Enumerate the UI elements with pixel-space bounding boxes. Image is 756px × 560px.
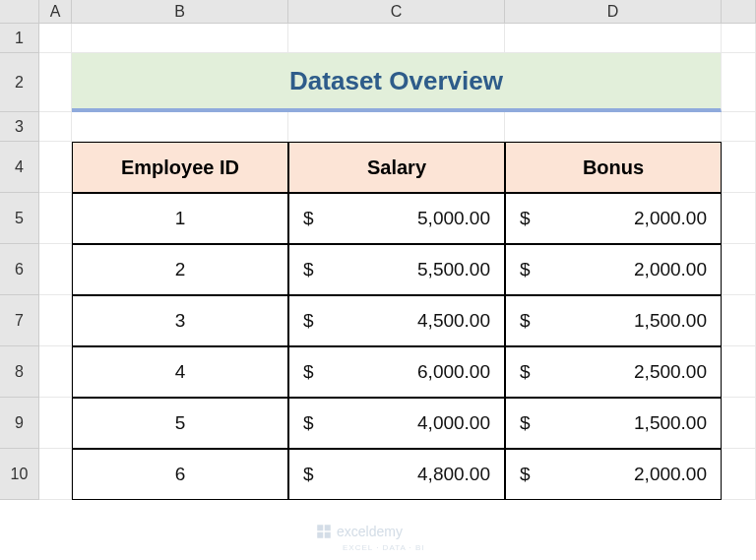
currency-symbol: $	[303, 361, 314, 383]
watermark-text: exceldemy	[337, 524, 403, 539]
row-header-9[interactable]: 9	[0, 398, 39, 449]
currency-symbol: $	[520, 361, 531, 383]
amount-value: 2,000.00	[531, 259, 707, 280]
row-header-4[interactable]: 4	[0, 142, 39, 193]
col-header-c[interactable]: C	[288, 0, 505, 24]
cell-id-1[interactable]: 1	[72, 193, 288, 244]
cell-bonus-4[interactable]: $2,500.00	[505, 346, 722, 398]
cell-c3[interactable]	[288, 112, 505, 142]
row-header-2[interactable]: 2	[0, 53, 39, 112]
amount-value: 5,000.00	[314, 208, 490, 229]
cell-e3[interactable]	[722, 112, 756, 142]
cell-bonus-2[interactable]: $2,000.00	[505, 244, 722, 295]
header-salary[interactable]: Salary	[288, 142, 505, 193]
col-header-d[interactable]: D	[505, 0, 722, 24]
cell-id-3[interactable]: 3	[72, 295, 288, 346]
watermark-icon	[315, 523, 333, 540]
watermark: exceldemy	[315, 523, 403, 540]
col-header-e[interactable]	[722, 0, 756, 24]
currency-symbol: $	[520, 464, 531, 485]
row-header-10[interactable]: 10	[0, 449, 39, 500]
col-header-a[interactable]: A	[39, 0, 72, 24]
amount-value: 5,500.00	[314, 259, 490, 280]
title-cell[interactable]: Dataset Overview	[72, 53, 722, 112]
row-header-1[interactable]: 1	[0, 24, 39, 53]
cell-e10[interactable]	[722, 449, 756, 500]
cell-id-5[interactable]: 5	[72, 398, 288, 449]
cell-e4[interactable]	[722, 142, 756, 193]
amount-value: 1,500.00	[531, 412, 707, 434]
cell-c1[interactable]	[288, 24, 505, 53]
cell-salary-5[interactable]: $4,000.00	[288, 398, 505, 449]
cell-id-6[interactable]: 6	[72, 449, 288, 500]
currency-symbol: $	[520, 310, 531, 332]
currency-symbol: $	[303, 412, 314, 434]
currency-symbol: $	[520, 259, 531, 280]
amount-value: 4,000.00	[314, 412, 490, 434]
currency-symbol: $	[303, 259, 314, 280]
cell-bonus-6[interactable]: $2,000.00	[505, 449, 722, 500]
amount-value: 4,800.00	[314, 464, 490, 485]
currency-symbol: $	[520, 412, 531, 434]
cell-a5[interactable]	[39, 193, 72, 244]
row-header-6[interactable]: 6	[0, 244, 39, 295]
amount-value: 6,000.00	[314, 361, 490, 383]
amount-value: 1,500.00	[531, 310, 707, 332]
cell-b1[interactable]	[72, 24, 288, 53]
cell-a3[interactable]	[39, 112, 72, 142]
cell-e1[interactable]	[722, 24, 756, 53]
watermark-subtitle: EXCEL · DATA · BI	[343, 543, 425, 552]
cell-e5[interactable]	[722, 193, 756, 244]
cell-e2[interactable]	[722, 53, 756, 112]
cell-bonus-1[interactable]: $2,000.00	[505, 193, 722, 244]
cell-salary-6[interactable]: $4,800.00	[288, 449, 505, 500]
cell-id-4[interactable]: 4	[72, 346, 288, 398]
cell-e9[interactable]	[722, 398, 756, 449]
cell-a9[interactable]	[39, 398, 72, 449]
cell-a7[interactable]	[39, 295, 72, 346]
cell-e7[interactable]	[722, 295, 756, 346]
currency-symbol: $	[303, 310, 314, 332]
cell-bonus-5[interactable]: $1,500.00	[505, 398, 722, 449]
spreadsheet-grid: A B C D 1 2 Dataset Overview 3 4 Employe…	[0, 0, 756, 500]
cell-a4[interactable]	[39, 142, 72, 193]
currency-symbol: $	[520, 208, 531, 229]
cell-e8[interactable]	[722, 346, 756, 398]
currency-symbol: $	[303, 464, 314, 485]
cell-id-2[interactable]: 2	[72, 244, 288, 295]
amount-value: 2,000.00	[531, 208, 707, 229]
cell-salary-1[interactable]: $5,000.00	[288, 193, 505, 244]
row-header-5[interactable]: 5	[0, 193, 39, 244]
currency-symbol: $	[303, 208, 314, 229]
cell-salary-4[interactable]: $6,000.00	[288, 346, 505, 398]
cell-a2[interactable]	[39, 53, 72, 112]
amount-value: 4,500.00	[314, 310, 490, 332]
cell-salary-2[interactable]: $5,500.00	[288, 244, 505, 295]
select-all-corner[interactable]	[0, 0, 39, 24]
cell-d3[interactable]	[505, 112, 722, 142]
cell-salary-3[interactable]: $4,500.00	[288, 295, 505, 346]
header-bonus[interactable]: Bonus	[505, 142, 722, 193]
header-employee-id[interactable]: Employee ID	[72, 142, 288, 193]
cell-bonus-3[interactable]: $1,500.00	[505, 295, 722, 346]
amount-value: 2,500.00	[531, 361, 707, 383]
cell-b3[interactable]	[72, 112, 288, 142]
cell-e6[interactable]	[722, 244, 756, 295]
row-header-3[interactable]: 3	[0, 112, 39, 142]
col-header-b[interactable]: B	[72, 0, 288, 24]
amount-value: 2,000.00	[531, 464, 707, 485]
cell-a6[interactable]	[39, 244, 72, 295]
row-header-7[interactable]: 7	[0, 295, 39, 346]
cell-d1[interactable]	[505, 24, 722, 53]
row-header-8[interactable]: 8	[0, 346, 39, 398]
cell-a1[interactable]	[39, 24, 72, 53]
cell-a8[interactable]	[39, 346, 72, 398]
cell-a10[interactable]	[39, 449, 72, 500]
